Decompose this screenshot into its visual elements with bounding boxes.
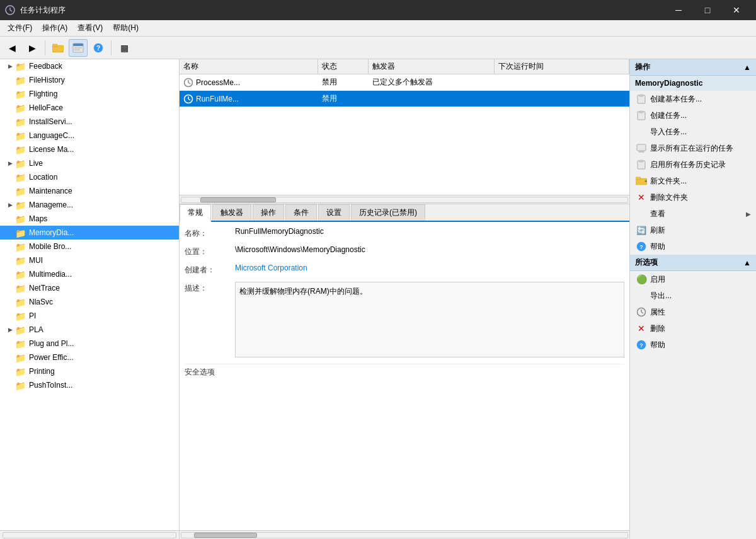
sidebar-item-flighting[interactable]: 📁 Flighting bbox=[0, 87, 179, 101]
sidebar-item-powereffic[interactable]: 📁 Power Effic... bbox=[0, 351, 179, 364]
sidebar-item-manageme[interactable]: ▶ 📁 Manageme... bbox=[0, 198, 179, 212]
tab-settings[interactable]: 设置 bbox=[318, 204, 350, 221]
import-task-icon bbox=[635, 126, 648, 137]
action-delete-folder[interactable]: ✕ 删除文件夹 bbox=[630, 189, 756, 206]
menu-action[interactable]: 操作(A) bbox=[37, 21, 72, 35]
back-button[interactable]: ◀ bbox=[3, 39, 21, 57]
active-tasks-button[interactable] bbox=[69, 39, 88, 57]
help-toolbar-button[interactable]: ? bbox=[89, 39, 108, 57]
toggle-spacer-mobilebro bbox=[5, 241, 15, 252]
detail-panel: 常规 触发器 操作 条件 设置 历史记录(已禁用) 名称： RunFullMem… bbox=[180, 204, 629, 539]
close-button[interactable]: ✕ bbox=[722, 0, 751, 20]
sidebar-item-location[interactable]: 📁 Location bbox=[0, 170, 179, 184]
col-header-next[interactable]: 下次运行时间 bbox=[495, 59, 629, 74]
action-create-task[interactable]: 创建任务... bbox=[630, 107, 756, 124]
sidebar-item-filehistory[interactable]: 📁 FileHistory bbox=[0, 73, 179, 87]
col-header-trigger[interactable]: 触发器 bbox=[369, 59, 495, 74]
tab-actions[interactable]: 操作 bbox=[253, 204, 284, 221]
clock-properties-icon bbox=[636, 307, 646, 317]
folder-icon-pla: 📁 bbox=[15, 325, 26, 334]
forward-button[interactable]: ▶ bbox=[23, 39, 42, 57]
action-help-section1[interactable]: ? 帮助 bbox=[630, 238, 756, 255]
folder-icon-licensema: 📁 bbox=[15, 145, 26, 154]
menu-file[interactable]: 文件(F) bbox=[3, 21, 37, 35]
sidebar-item-memorydia[interactable]: 📁 MemoryDia... bbox=[0, 226, 179, 240]
action-enable[interactable]: 🟢 启用 bbox=[630, 271, 756, 287]
sidebar-label-pi: PI bbox=[29, 311, 36, 320]
sidebar-label-flighting: Flighting bbox=[29, 90, 57, 98]
folder-icon-nettrace: 📁 bbox=[15, 284, 26, 293]
sidebar-item-plugandpl[interactable]: 📁 Plug and Pl... bbox=[0, 337, 179, 351]
sidebar-item-maintenance[interactable]: 📁 Maintenance bbox=[0, 184, 179, 198]
sidebar-item-pi[interactable]: 📁 PI bbox=[0, 309, 179, 323]
action-export[interactable]: 导出... bbox=[630, 287, 756, 304]
folder-icon-pi: 📁 bbox=[15, 311, 26, 320]
action-help-section2[interactable]: ? 帮助 bbox=[630, 337, 756, 353]
col-header-name[interactable]: 名称 bbox=[180, 59, 318, 74]
folder-icon-manageme: 📁 bbox=[15, 200, 26, 209]
detail-desc-textarea[interactable] bbox=[235, 282, 624, 357]
svg-rect-18 bbox=[639, 95, 643, 96]
folder-button[interactable] bbox=[49, 39, 67, 57]
menu-help[interactable]: 帮助(H) bbox=[108, 21, 144, 35]
tab-triggers[interactable]: 触发器 bbox=[212, 204, 251, 221]
detail-hscroll-thumb[interactable] bbox=[194, 533, 257, 538]
tasklist-hscrollbar[interactable] bbox=[180, 195, 629, 204]
delete-icon: ✕ bbox=[635, 323, 648, 334]
tasklist-hscroll-track[interactable] bbox=[181, 197, 628, 203]
tab-history[interactable]: 历史记录(已禁用) bbox=[351, 204, 425, 221]
sidebar-item-helloface[interactable]: 📁 HelloFace bbox=[0, 101, 179, 115]
minimize-button[interactable]: ─ bbox=[664, 0, 693, 20]
tab-general[interactable]: 常规 bbox=[180, 204, 211, 222]
menu-bar: 文件(F) 操作(A) 查看(V) 帮助(H) bbox=[0, 20, 756, 37]
sidebar-item-nettrace[interactable]: 📁 NetTrace bbox=[0, 281, 179, 295]
action-enable-history[interactable]: 启用所有任务历史记录 bbox=[630, 156, 756, 173]
task-row-processme[interactable]: ProcessMe... 禁用 已定义多个触发器 bbox=[180, 74, 629, 91]
sidebar-item-mui[interactable]: 📁 MUI bbox=[0, 253, 179, 267]
sidebar-item-languagec[interactable]: 📁 LanguageC... bbox=[0, 129, 179, 142]
action-import-task[interactable]: 导入任务... bbox=[630, 124, 756, 140]
sidebar-item-installservi[interactable]: 📁 InstallServi... bbox=[0, 115, 179, 129]
action-refresh[interactable]: 🔄 刷新 bbox=[630, 222, 756, 238]
toggle-spacer-filehistory bbox=[5, 75, 15, 85]
view-label: 查看 bbox=[650, 209, 665, 219]
action-delete[interactable]: ✕ 删除 bbox=[630, 320, 756, 337]
toggle-spacer-nlasvc bbox=[5, 297, 15, 307]
sidebar-label-mobilebro: Mobile Bro... bbox=[29, 242, 71, 251]
toolbar: ◀ ▶ ? ▦ bbox=[0, 37, 756, 59]
action-view[interactable]: 查看 ▶ bbox=[630, 206, 756, 222]
folder-icon-multimedia: 📁 bbox=[15, 270, 26, 279]
sidebar-item-mobilebro[interactable]: 📁 Mobile Bro... bbox=[0, 240, 179, 253]
maximize-button[interactable]: □ bbox=[693, 0, 722, 20]
tab-conditions[interactable]: 条件 bbox=[285, 204, 317, 221]
sidebar-item-printing[interactable]: 📁 Printing bbox=[0, 364, 179, 378]
help-section2-label: 帮助 bbox=[650, 340, 665, 351]
sidebar-item-live[interactable]: ▶ 📁 Live bbox=[0, 156, 179, 170]
sidebar-item-nlasvc[interactable]: 📁 NlaSvc bbox=[0, 295, 179, 309]
menu-view[interactable]: 查看(V) bbox=[72, 21, 108, 35]
tasklist-hscroll-thumb[interactable] bbox=[200, 197, 276, 202]
action-show-running[interactable]: 显示所有正在运行的任务 bbox=[630, 140, 756, 156]
detail-row-location: 位置： \Microsoft\Windows\MemoryDiagnostic bbox=[185, 245, 624, 257]
svg-text:?: ? bbox=[639, 342, 643, 349]
action-create-basic-task[interactable]: 创建基本任务... bbox=[630, 91, 756, 107]
detail-location-value: \Microsoft\Windows\MemoryDiagnostic bbox=[235, 245, 624, 254]
task-row-runfullme[interactable]: RunFullMe... 禁用 bbox=[180, 91, 629, 107]
sidebar-hscroll-thumb[interactable] bbox=[3, 532, 176, 538]
app-icon bbox=[5, 5, 15, 15]
sidebar-item-pushtoinst[interactable]: 📁 PushToInst... bbox=[0, 378, 179, 392]
panel-button[interactable]: ▦ bbox=[115, 39, 134, 57]
action-properties[interactable]: 属性 bbox=[630, 304, 756, 320]
sidebar-item-feedback[interactable]: ▶ 📁 Feedback bbox=[0, 59, 179, 73]
detail-hscrollbar[interactable] bbox=[180, 530, 629, 539]
properties-label: 属性 bbox=[650, 307, 665, 318]
sidebar-item-maps[interactable]: 📁 Maps bbox=[0, 212, 179, 226]
sidebar-label-helloface: HelloFace bbox=[29, 103, 63, 112]
action-new-folder[interactable]: + 新文件夹... bbox=[630, 173, 756, 189]
col-header-status[interactable]: 状态 bbox=[318, 59, 369, 74]
sidebar-item-licensema[interactable]: 📁 License Ma... bbox=[0, 142, 179, 156]
sidebar-item-pla[interactable]: ▶ 📁 PLA bbox=[0, 323, 179, 337]
svg-text:+: + bbox=[644, 178, 647, 184]
detail-hscroll-track[interactable] bbox=[181, 532, 628, 538]
sidebar-item-multimedia[interactable]: 📁 Multimedia... bbox=[0, 267, 179, 281]
